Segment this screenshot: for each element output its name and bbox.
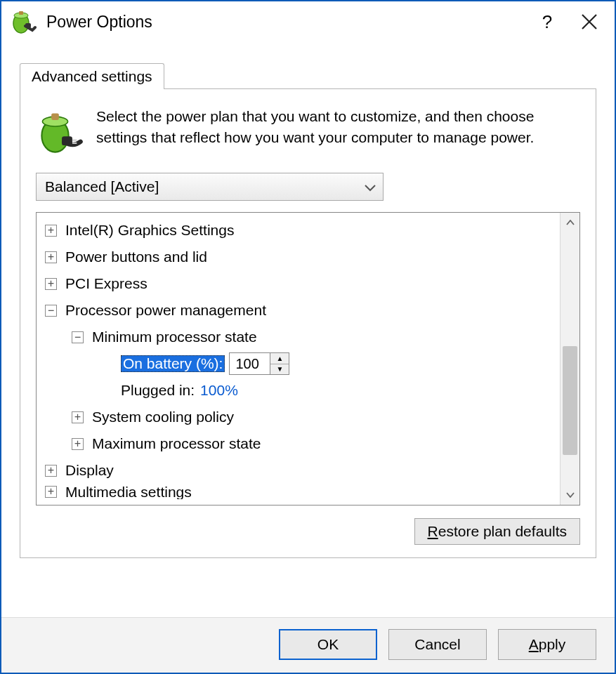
tree-item-label: Intel(R) Graphics Settings <box>65 222 234 239</box>
plugged-in-label: Plugged in: <box>121 382 195 399</box>
svg-rect-9 <box>72 143 77 144</box>
expand-icon[interactable]: + <box>45 251 57 263</box>
tab-panel: Select the power plan that you want to c… <box>20 88 596 558</box>
restore-defaults-button[interactable]: Restore plan defaults <box>414 518 580 545</box>
spin-down-button[interactable]: ▼ <box>270 364 289 375</box>
tree-item-power-buttons[interactable]: + Power buttons and lid <box>37 244 560 270</box>
svg-rect-8 <box>72 140 77 141</box>
power-options-window: Power Options ? Advanced settings <box>0 0 616 674</box>
description-text: Select the power plan that you want to c… <box>96 106 580 149</box>
tree-item-label: Display <box>65 462 114 479</box>
tree-item-processor[interactable]: − Processor power management <box>37 297 560 324</box>
expand-icon[interactable]: + <box>72 411 84 423</box>
svg-rect-3 <box>25 23 31 28</box>
tab-bar: Advanced settings <box>20 58 596 88</box>
dialog-footer: OK Cancel Apply <box>1 617 615 673</box>
on-battery-input[interactable] <box>229 352 270 375</box>
tab-advanced-settings[interactable]: Advanced settings <box>20 63 164 89</box>
on-battery-spinner[interactable]: ▲ ▼ <box>229 352 289 375</box>
tree-item-label: PCI Express <box>65 275 148 292</box>
apply-button[interactable]: Apply <box>498 629 596 660</box>
window-title: Power Options <box>46 13 526 32</box>
tree-item-system-cooling[interactable]: + System cooling policy <box>37 404 560 430</box>
cancel-button[interactable]: Cancel <box>388 629 487 660</box>
chevron-down-icon <box>365 178 376 195</box>
apply-btn-tail: pply <box>539 636 566 652</box>
scroll-up-button[interactable] <box>561 213 579 232</box>
expand-icon[interactable]: + <box>72 438 84 450</box>
expand-icon[interactable]: + <box>45 486 57 498</box>
tree-item-min-processor-state[interactable]: − Minimum processor state <box>37 324 560 350</box>
on-battery-label: On battery (%): <box>121 355 225 372</box>
on-battery-row[interactable]: On battery (%): ▲ ▼ <box>37 350 560 377</box>
battery-plug-icon <box>11 9 37 34</box>
scrollbar[interactable] <box>560 213 579 505</box>
close-icon <box>580 13 598 31</box>
tree-item-label: Processor power management <box>65 302 266 319</box>
power-plan-selected: Balanced [Active] <box>45 178 159 195</box>
power-plan-dropdown[interactable]: Balanced [Active] <box>36 173 384 201</box>
tree-item-label: System cooling policy <box>92 409 234 425</box>
tree-item-max-processor-state[interactable]: + Maximum processor state <box>37 430 560 457</box>
expand-icon[interactable]: + <box>45 225 57 237</box>
svg-rect-6 <box>51 113 59 120</box>
svg-rect-7 <box>62 136 72 145</box>
expand-icon[interactable]: + <box>45 278 57 290</box>
battery-plug-large-icon <box>37 109 88 160</box>
client-area: Advanced settings Select the power plan … <box>1 42 615 617</box>
plugged-in-row[interactable]: Plugged in: 100% <box>37 377 560 404</box>
tree-item-multimedia[interactable]: + Multimedia settings <box>37 484 560 499</box>
svg-rect-2 <box>19 11 23 15</box>
ok-button[interactable]: OK <box>279 629 377 660</box>
expand-icon[interactable]: + <box>45 465 57 477</box>
tree-item-label: Multimedia settings <box>65 484 192 499</box>
restore-btn-tail: estore plan defaults <box>438 523 567 539</box>
collapse-icon[interactable]: − <box>45 305 57 317</box>
scroll-down-button[interactable] <box>561 485 579 505</box>
tree-item-label: Power buttons and lid <box>65 249 207 265</box>
help-button[interactable]: ? <box>526 4 568 39</box>
collapse-icon[interactable]: − <box>72 331 84 343</box>
spin-up-button[interactable]: ▲ <box>270 353 289 364</box>
tree-item-label: Minimum processor state <box>92 329 257 345</box>
titlebar: Power Options ? <box>1 1 615 42</box>
tree-item-pci-express[interactable]: + PCI Express <box>37 270 560 297</box>
tree-item-graphics[interactable]: + Intel(R) Graphics Settings <box>37 217 560 244</box>
scroll-thumb[interactable] <box>563 346 577 455</box>
close-button[interactable] <box>568 4 610 39</box>
tree-item-label: Maximum processor state <box>92 435 261 452</box>
tree-item-display[interactable]: + Display <box>37 457 560 484</box>
settings-tree: + Intel(R) Graphics Settings + Power but… <box>36 212 580 505</box>
plugged-in-value[interactable]: 100% <box>200 382 238 399</box>
